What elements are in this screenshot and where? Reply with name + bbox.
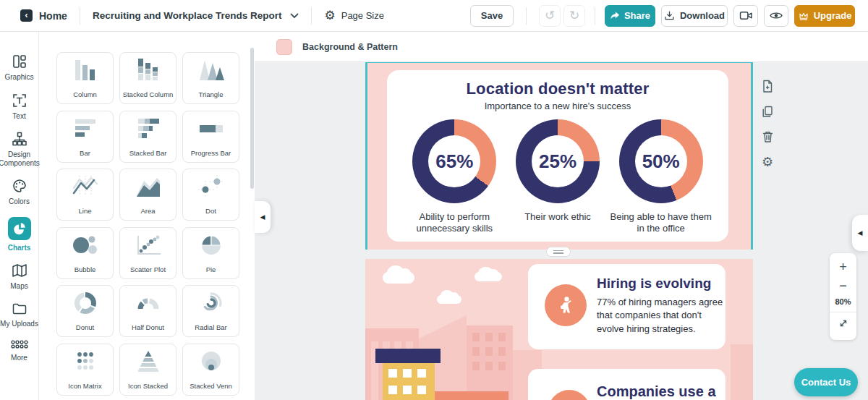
share-icon — [610, 11, 620, 20]
contact-us-label: Contact Us — [801, 377, 851, 388]
chart-type-bubble[interactable]: Bubble — [56, 227, 114, 279]
donut-caption[interactable]: Being able to have them in the office — [609, 211, 712, 235]
chart-type-label: Bubble — [75, 265, 96, 273]
zoom-in-button[interactable]: + — [833, 258, 854, 276]
stat-card-location[interactable]: Location doesn't matter Importance to a … — [387, 70, 728, 242]
stacked-bar-chart-icon — [131, 116, 166, 142]
infographic-title[interactable]: Location doesn't matter — [387, 80, 728, 98]
page-divider-handle[interactable] — [546, 247, 571, 257]
background-color-swatch[interactable] — [276, 39, 292, 55]
page-settings-button[interactable]: ⚙ — [760, 154, 775, 170]
zoom-out-button[interactable]: − — [833, 276, 854, 295]
chart-type-column[interactable]: Column — [56, 52, 114, 104]
donut-value: 65% — [435, 150, 473, 173]
collapse-right-panel-tab[interactable]: ◀ — [852, 215, 868, 251]
donut-caption[interactable]: Their work ethic — [524, 211, 591, 223]
chart-type-icon-stacked[interactable]: Icon Stacked — [119, 344, 176, 396]
contact-us-button[interactable]: Contact Us — [794, 368, 858, 396]
card-title[interactable]: Companies use a — [597, 383, 716, 400]
sidebar-item-more[interactable]: More — [0, 339, 39, 362]
chart-type-progress-bar[interactable]: Progress Bar — [182, 111, 239, 163]
donut-chart-65[interactable]: 65% — [412, 119, 496, 203]
stat-card-hiring[interactable]: Hiring is evolving 77% of hiring manager… — [528, 264, 726, 349]
divider — [830, 312, 856, 312]
back-home-icon[interactable]: ‹ — [20, 9, 33, 22]
donut-group: 25% Their work ethic — [506, 119, 610, 235]
chart-type-stacked-column[interactable]: Stacked Column — [119, 52, 176, 104]
download-button[interactable]: Download — [661, 5, 728, 27]
chart-type-donut[interactable]: Donut — [56, 285, 114, 337]
collapse-panel-tab[interactable]: ◀ — [255, 201, 271, 233]
zoom-level[interactable]: 80% — [835, 297, 851, 306]
chart-type-area[interactable]: Area — [119, 169, 176, 221]
chart-type-icon-matrix[interactable]: Icon Matrix — [56, 344, 114, 396]
chart-type-triangle[interactable]: Triangle — [182, 52, 239, 104]
card-body-text[interactable]: 77% of hiring managers agree that compan… — [597, 296, 728, 336]
chart-type-scatter-plot[interactable]: Scatter Plot — [119, 227, 176, 279]
icon-matrix-chart-icon — [68, 349, 103, 375]
chart-type-label: Donut — [76, 323, 94, 331]
chart-type-radial-bar[interactable]: Radial Bar — [182, 285, 239, 337]
donut-value: 50% — [642, 150, 680, 173]
chevron-down-icon[interactable] — [290, 13, 299, 19]
chart-type-line[interactable]: Line — [56, 169, 114, 221]
undo-icon[interactable]: ↺ — [539, 5, 561, 27]
canvas-context-toolbar: Background & Pattern — [255, 32, 868, 62]
chart-type-half-donut[interactable]: Half Donut — [119, 285, 176, 337]
share-button[interactable]: Share — [605, 5, 655, 27]
delete-page-button[interactable] — [760, 129, 775, 145]
record-video-button[interactable] — [733, 5, 758, 27]
copy-icon — [761, 105, 774, 118]
chart-type-label: Column — [73, 90, 97, 98]
sidebar-item-text[interactable]: Text — [0, 93, 39, 121]
divider — [80, 7, 80, 25]
pie-chart-type-icon — [194, 232, 229, 258]
page-size-gear-icon[interactable]: ⚙ — [324, 9, 335, 22]
upgrade-button[interactable]: Upgrade — [794, 5, 855, 27]
divider — [311, 7, 312, 25]
palette-icon — [12, 178, 27, 194]
chart-type-label: Scatter Plot — [130, 265, 166, 273]
donut-hole: 25% — [532, 135, 584, 187]
donut-caption[interactable]: Ability to perform unnecessary skills — [403, 211, 506, 235]
chart-type-pie[interactable]: Pie — [182, 227, 239, 279]
page-size-label[interactable]: Page Size — [341, 10, 384, 21]
chart-type-stacked-bar[interactable]: Stacked Bar — [119, 111, 176, 163]
redo-icon[interactable]: ↻ — [563, 5, 585, 27]
background-pattern-label[interactable]: Background & Pattern — [302, 42, 398, 52]
stat-card-companies[interactable]: Companies use a — [528, 369, 726, 400]
add-page-button[interactable] — [760, 78, 775, 94]
duplicate-page-button[interactable] — [760, 103, 775, 119]
chart-type-label: Pie — [206, 265, 216, 273]
fit-to-screen-button[interactable] — [833, 314, 854, 333]
canvas-page-2[interactable]: Hiring is evolving 77% of hiring manager… — [365, 259, 753, 400]
chart-type-stacked-venn[interactable]: Stacked Venn — [182, 344, 239, 396]
home-label[interactable]: Home — [39, 10, 67, 22]
sidebar-item-design-components[interactable]: Design Components — [0, 131, 39, 167]
text-icon — [12, 93, 27, 108]
sidebar-item-graphics[interactable]: Graphics — [0, 54, 39, 82]
sidebar-item-colors[interactable]: Colors — [0, 178, 39, 206]
infographic-subtitle[interactable]: Importance to a new hire's success — [387, 101, 728, 111]
panel-scrollbar[interactable] — [250, 48, 254, 189]
sidebar-label: More — [11, 354, 27, 362]
video-camera-icon — [739, 10, 753, 21]
chart-type-dot[interactable]: Dot — [182, 169, 239, 221]
card-title[interactable]: Hiring is evolving — [597, 276, 711, 292]
canvas-page-1[interactable]: Location doesn't matter Importance to a … — [365, 61, 753, 250]
donut-chart-50[interactable]: 50% — [619, 119, 703, 203]
donut-chart-type-icon — [68, 290, 103, 316]
chart-type-label: Stacked Column — [123, 90, 174, 98]
trash-icon — [762, 130, 774, 143]
donut-value: 25% — [539, 150, 576, 173]
save-button[interactable]: Save — [470, 5, 514, 27]
chart-type-bar[interactable]: Bar — [56, 111, 114, 163]
sidebar-item-charts[interactable]: Charts — [0, 217, 39, 252]
sidebar-item-my-uploads[interactable]: My Uploads — [0, 302, 39, 328]
preview-button[interactable] — [764, 5, 788, 27]
top-toolbar: ‹ Home Recruiting and Workplace Trends R… — [0, 0, 868, 32]
document-title[interactable]: Recruiting and Workplace Trends Report — [93, 10, 282, 21]
chart-type-label: Radial Bar — [195, 323, 226, 331]
sidebar-item-maps[interactable]: Maps — [0, 263, 39, 291]
donut-chart-25[interactable]: 25% — [516, 119, 600, 203]
